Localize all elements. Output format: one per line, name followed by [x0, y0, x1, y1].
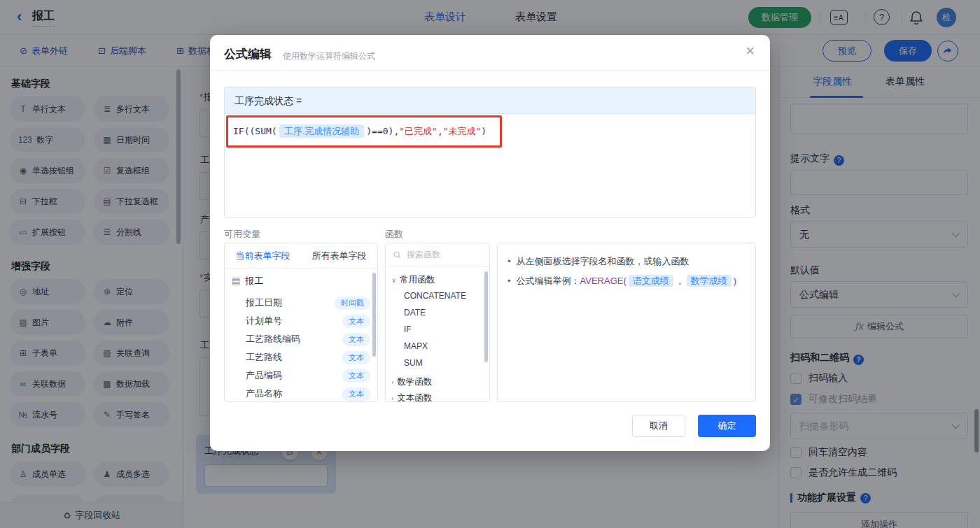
field-type-badge: 文本 [342, 315, 370, 328]
example-variable-chip: 语文成绩 [629, 275, 673, 287]
field-type-badge: 文本 [342, 369, 370, 383]
cancel-button[interactable]: 取消 [632, 415, 685, 437]
formula-variable-chip[interactable]: 工序.完成情况辅助 [279, 124, 365, 138]
tab-current-form-fields[interactable]: 当前表单字段 [225, 243, 301, 268]
function-item[interactable]: IF [404, 324, 412, 334]
formula-expression[interactable]: IF((SUM(工序.完成情况辅助)==0),"已完成","未完成") [233, 125, 486, 138]
chevron-down-icon: ∨ [391, 276, 396, 284]
variables-panel: 当前表单字段 所有表单字段 ▤报工 报工日期 时间戳 计划单号 文本 [224, 243, 378, 402]
formula-editor[interactable]: 工序完成状态 = IF((SUM(工序.完成情况辅助)==0),"已完成","未… [224, 87, 756, 218]
example-function-open: AVERAGE( [580, 276, 626, 286]
functions-scrollbar[interactable] [484, 271, 488, 362]
field-type-badge: 文本 [342, 351, 370, 364]
function-search[interactable]: 搜索函数 [386, 243, 489, 267]
field-type-badge: 文本 [342, 333, 370, 346]
variables-label: 可用变量 [224, 228, 260, 241]
search-icon [393, 250, 402, 259]
function-group-text[interactable]: ›文本函数 [391, 392, 432, 402]
formula-string: "已完成" [399, 126, 438, 136]
example-variable-chip: 数学成绩 [687, 275, 732, 287]
variables-tabs: 当前表单字段 所有表单字段 [225, 243, 377, 269]
variables-scrollbar[interactable] [372, 273, 376, 357]
function-item[interactable]: DATE [404, 308, 426, 317]
field-type-badge: 时间戳 [335, 297, 370, 310]
app-root: ‹ 报工 表单设计 表单设置 数据管理 ≡A ? 检 ⊘表单外链 ⊡后端脚本 ⊞… [0, 0, 980, 528]
variable-field-row[interactable]: 工艺路线 文本 [246, 348, 370, 366]
example-function-close: ) [734, 276, 736, 286]
function-item[interactable]: MAPX [404, 341, 428, 351]
functions-panel: 搜索函数 ∨常用函数 CONCATENATE DATE IF MAPX SUM … [385, 243, 490, 402]
divider [210, 70, 770, 71]
formula-editor-modal: 公式编辑 使用数学运算符编辑公式 × 工序完成状态 = IF((SUM(工序.完… [210, 35, 770, 451]
chevron-right-icon: › [391, 394, 393, 402]
modal-title: 公式编辑 [224, 46, 272, 62]
formula-code: IF((SUM( [233, 126, 277, 136]
chevron-right-icon: › [391, 378, 393, 386]
variable-field-row[interactable]: 计划单号 文本 [246, 312, 370, 330]
modal-subtitle: 使用数学运算符编辑公式 [283, 50, 375, 62]
tab-all-form-fields[interactable]: 所有表单字段 [301, 243, 377, 268]
functions-label: 函数 [385, 228, 403, 241]
function-item[interactable]: SUM [404, 358, 423, 368]
formula-code: ) [481, 126, 486, 136]
function-group-common[interactable]: ∨常用函数 [391, 274, 435, 286]
formula-code: )==0), [366, 126, 399, 136]
function-group-math[interactable]: ›数学函数 [391, 376, 432, 388]
variables-tree-root[interactable]: ▤报工 [232, 275, 263, 287]
variable-field-row[interactable]: 工艺路线编码 文本 [246, 330, 370, 348]
formula-code: , [438, 126, 443, 136]
variable-field-row[interactable]: 报工日期 时间戳 [246, 294, 370, 312]
close-icon[interactable]: × [746, 43, 755, 59]
help-panel: •从左侧面板选择字段名和函数，或输入函数 •公式编辑举例：AVERAGE(语文成… [497, 243, 756, 402]
variable-field-row[interactable]: 产品名称 文本 [246, 385, 370, 402]
help-tip-1: •从左侧面板选择字段名和函数，或输入函数 [507, 255, 746, 269]
field-type-badge: 文本 [342, 387, 370, 401]
confirm-button[interactable]: 确定 [698, 415, 756, 437]
function-item[interactable]: CONCATENATE [404, 291, 466, 301]
help-tip-2: •公式编辑举例：AVERAGE(语文成绩，数学成绩) [507, 274, 746, 288]
formula-string: "未完成" [443, 126, 482, 136]
form-doc-icon: ▤ [232, 276, 240, 286]
formula-target-field: 工序完成状态 = [225, 87, 755, 114]
variable-field-row[interactable]: 产品编码 文本 [246, 366, 370, 385]
search-placeholder: 搜索函数 [407, 249, 440, 261]
